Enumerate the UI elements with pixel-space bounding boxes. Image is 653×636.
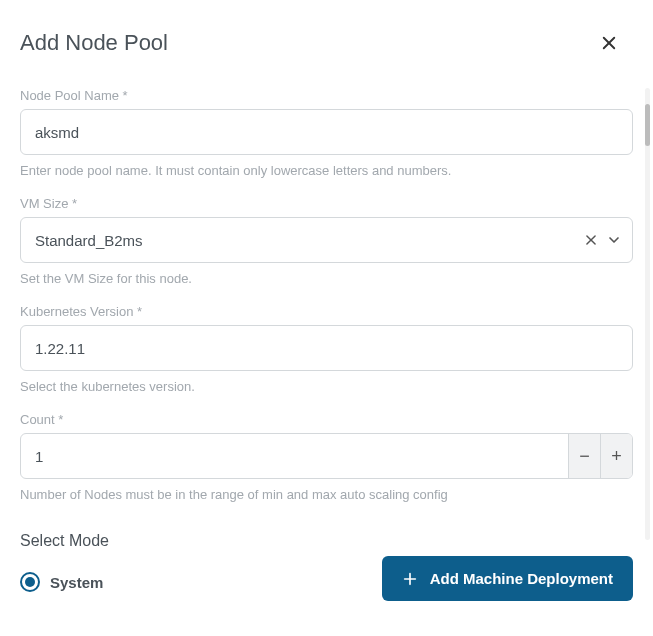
chevron-down-icon[interactable]	[606, 232, 622, 248]
count-helper: Number of Nodes must be in the range of …	[20, 487, 633, 502]
select-mode-title: Select Mode	[20, 532, 633, 550]
kubernetes-version-input[interactable]	[21, 328, 632, 369]
scrollbar-thumb[interactable]	[645, 104, 650, 146]
count-label: Count *	[20, 412, 633, 427]
radio-selected-icon	[25, 577, 35, 587]
node-pool-name-input[interactable]	[21, 112, 632, 153]
scrollbar-track	[645, 88, 650, 540]
kubernetes-version-helper: Select the kubernetes version.	[20, 379, 633, 394]
vm-size-helper: Set the VM Size for this node.	[20, 271, 633, 286]
count-decrement-button[interactable]: −	[568, 434, 600, 478]
close-icon[interactable]	[600, 34, 633, 52]
count-increment-button[interactable]: +	[600, 434, 632, 478]
add-machine-deployment-button[interactable]: Add Machine Deployment	[382, 556, 633, 601]
system-radio-label: System	[50, 574, 103, 591]
node-pool-name-helper: Enter node pool name. It must contain on…	[20, 163, 633, 178]
vm-size-label: VM Size *	[20, 196, 633, 211]
kubernetes-version-label: Kubernetes Version *	[20, 304, 633, 319]
page-title: Add Node Pool	[20, 30, 168, 56]
add-machine-deployment-label: Add Machine Deployment	[430, 570, 613, 587]
node-pool-name-label: Node Pool Name *	[20, 88, 633, 103]
plus-icon	[402, 571, 418, 587]
vm-size-value: Standard_B2ms	[21, 220, 584, 261]
system-radio[interactable]	[20, 572, 40, 592]
vm-size-select[interactable]: Standard_B2ms	[20, 217, 633, 263]
clear-icon[interactable]	[584, 233, 598, 247]
count-input[interactable]	[21, 434, 568, 478]
